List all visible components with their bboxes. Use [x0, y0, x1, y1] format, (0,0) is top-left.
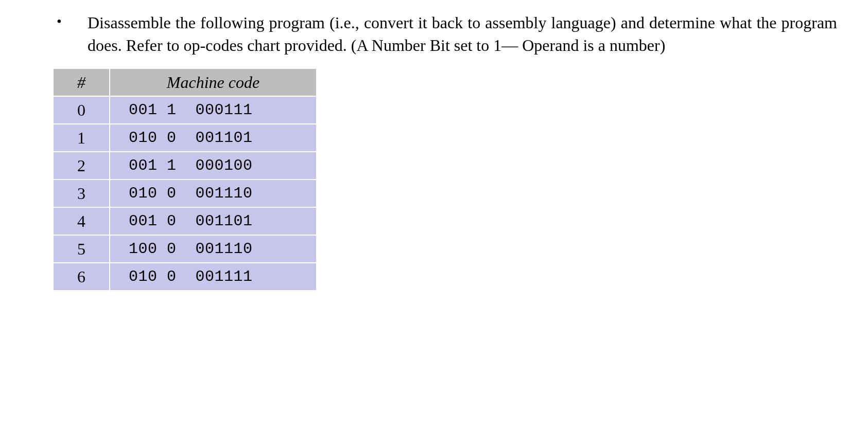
- row-code: 100 0 001110: [110, 235, 317, 263]
- document-page: • Disassemble the following program (i.e…: [0, 0, 868, 301]
- row-code: 001 1 000100: [110, 152, 317, 179]
- row-code: 001 1 000111: [110, 96, 317, 124]
- machine-code-table: # Machine code 0 001 1 000111 1 010 0 00…: [53, 68, 317, 291]
- row-number: 1: [53, 124, 110, 152]
- table-row: 3 010 0 001110: [53, 179, 317, 207]
- row-number: 2: [53, 152, 110, 179]
- row-number: 0: [53, 96, 110, 124]
- row-code: 010 0 001111: [110, 263, 317, 291]
- row-number: 6: [53, 263, 110, 291]
- row-number: 3: [53, 179, 110, 207]
- header-number: #: [53, 68, 110, 96]
- table-row: 4 001 0 001101: [53, 207, 317, 235]
- table-row: 1 010 0 001101: [53, 124, 317, 152]
- bullet-text: Disassemble the following program (i.e.,…: [88, 11, 837, 57]
- table-row: 2 001 1 000100: [53, 152, 317, 179]
- table-header-row: # Machine code: [53, 68, 317, 96]
- bullet-dot-icon: •: [57, 10, 88, 33]
- table-row: 5 100 0 001110: [53, 235, 317, 263]
- row-number: 4: [53, 207, 110, 235]
- table-row: 6 010 0 001111: [53, 263, 317, 291]
- row-code: 010 0 001110: [110, 179, 317, 207]
- row-code: 001 0 001101: [110, 207, 317, 235]
- row-number: 5: [53, 235, 110, 263]
- bullet-item: • Disassemble the following program (i.e…: [57, 11, 837, 57]
- table-row: 0 001 1 000111: [53, 96, 317, 124]
- row-code: 010 0 001101: [110, 124, 317, 152]
- machine-code-table-wrap: # Machine code 0 001 1 000111 1 010 0 00…: [53, 68, 837, 291]
- header-machine-code: Machine code: [110, 68, 317, 96]
